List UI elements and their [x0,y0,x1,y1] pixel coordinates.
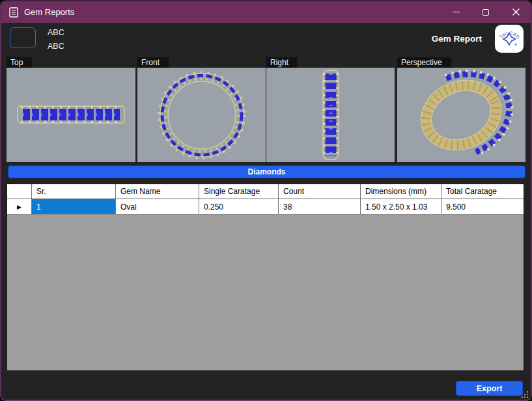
column-header-total-caratage[interactable]: Total Caratage [441,184,524,199]
company-logo-placeholder [10,27,36,48]
minimize-button[interactable] [441,1,471,23]
window-title: Gem Reports [24,7,74,17]
view-label-right: Right [266,57,298,68]
column-header-single-caratage[interactable]: Single Caratage [199,184,279,199]
column-header-dimensions[interactable]: Dimensions (mm) [361,184,441,199]
app-logo: TaruCAD [495,25,524,53]
minimize-icon [453,12,460,12]
row-indicator-icon: ▶ [7,199,32,214]
diamonds-section-header[interactable]: Diamonds [8,165,525,178]
cell-gem-name[interactable]: Oval [116,199,199,214]
export-button[interactable]: Export [456,381,523,396]
svg-text:TaruCAD: TaruCAD [499,30,521,39]
view-column-front: Front [137,56,266,162]
company-text-block: ABC ABC [48,26,64,53]
cell-total-caratage[interactable]: 9.500 [441,199,524,214]
diamonds-table: Sr. Gem Name Single Caratage Count Dimen… [7,184,524,371]
cell-single-caratage[interactable]: 0.250 [199,199,279,214]
company-line-2: ABC [48,40,64,53]
view-panel-top [7,68,135,162]
close-icon [512,8,520,16]
close-button[interactable] [501,1,531,23]
view-label-front: Front [137,57,169,68]
cell-sr[interactable]: 1 [32,199,116,214]
column-header-sr[interactable]: Sr. [32,184,116,199]
view-label-perspective: Perspective [397,57,451,68]
column-header-count[interactable]: Count [279,184,361,199]
ring-perspective-view-render [397,68,525,162]
maximize-icon [483,9,489,16]
company-line-1: ABC [48,26,64,40]
ring-front-view-render [137,68,266,162]
view-panel-right [266,68,395,162]
view-panel-front [137,68,266,162]
resize-grip[interactable] [521,391,529,398]
report-title: Gem Report [432,34,482,44]
view-column-right: Right [266,56,395,162]
diamonds-section-title: Diamonds [247,167,285,176]
report-document-icon [9,7,18,18]
view-label-top: Top [7,57,32,68]
cell-count[interactable]: 38 [279,199,361,214]
view-column-perspective: Perspective [397,56,525,162]
cell-dimensions[interactable]: 1.50 x 2.50 x 1.03 [361,199,441,214]
sparkle-star-logo-icon: TaruCAD [496,26,522,52]
view-panel-perspective [397,68,525,162]
view-column-top: Top [7,56,135,162]
table-header-row: Sr. Gem Name Single Caratage Count Dimen… [7,184,524,199]
ring-top-view-render [7,68,135,162]
export-button-label: Export [477,384,503,393]
titlebar: Gem Reports [1,1,531,23]
ring-right-view-render [266,68,395,162]
maximize-button[interactable] [471,1,501,23]
column-header-indicator[interactable] [7,184,32,199]
column-header-gem-name[interactable]: Gem Name [116,184,199,199]
table-row[interactable]: ▶ 1 Oval 0.250 38 1.50 x 2.50 x 1.03 9.5… [7,199,524,215]
app-window: Gem Reports ABC ABC Gem Report [0,0,532,401]
